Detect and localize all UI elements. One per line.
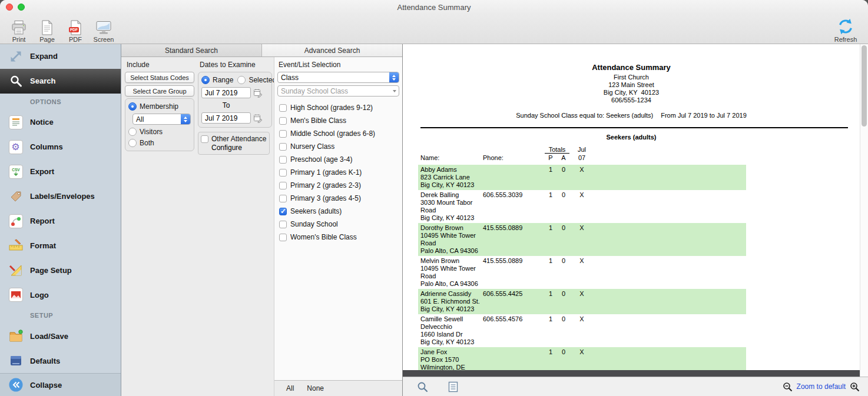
- report-page: Attendance Summary First Church 123 Main…: [403, 44, 860, 370]
- visitors-radio[interactable]: Visitors: [128, 128, 191, 136]
- range-radio[interactable]: Range: [201, 76, 233, 84]
- page-button[interactable]: Page: [34, 15, 60, 43]
- class-checkbox-item[interactable]: Seekers (adults): [279, 205, 402, 218]
- select-none-button[interactable]: None: [304, 383, 326, 394]
- class-checkbox-item[interactable]: Middle School (grades 6-8): [279, 127, 402, 140]
- row-attendance-mark: X: [570, 290, 594, 313]
- popup-arrows-icon: [181, 114, 190, 124]
- refresh-label: Refresh: [834, 36, 857, 43]
- sidebar-item-notice[interactable]: Notice: [0, 110, 121, 135]
- sidebar-item-label: Expand: [30, 52, 58, 61]
- row-absent-count: 0: [557, 348, 570, 370]
- close-window-button[interactable]: [6, 4, 13, 11]
- report-list-icon[interactable]: [448, 381, 458, 392]
- sidebar-item-expand[interactable]: Expand: [0, 44, 121, 69]
- refresh-button[interactable]: Refresh: [833, 15, 859, 43]
- class-checkbox-label: Men's Bible Class: [290, 117, 346, 125]
- sidebar-item-logo[interactable]: Logo: [0, 282, 121, 307]
- print-button[interactable]: Print: [6, 15, 32, 43]
- row-present-count: 1: [544, 191, 557, 222]
- screen-button[interactable]: Screen: [91, 15, 117, 43]
- checkbox-icon: [279, 117, 287, 125]
- tab-standard-search[interactable]: Standard Search: [121, 44, 262, 56]
- sidebar-item-label: Columns: [30, 142, 63, 151]
- row-attendance-mark: X: [570, 315, 594, 346]
- class-checkbox-item[interactable]: Sunday School: [279, 218, 402, 231]
- sidebar-item-columns[interactable]: ⚙ Columns: [0, 135, 121, 159]
- zoom-in-icon[interactable]: [850, 382, 860, 392]
- checkbox-icon: [279, 208, 287, 215]
- class-checkbox-item[interactable]: Women's Bible Class: [279, 231, 402, 244]
- class-checkbox-item[interactable]: Primary 3 (grades 4-5): [279, 192, 402, 205]
- sidebar-item-collapse[interactable]: Collapse: [0, 373, 121, 396]
- report-row: Dorothy Brown10495 White TowerRoadPalo A…: [418, 223, 746, 256]
- report-header: Attendance Summary First Church 123 Main…: [403, 44, 860, 119]
- sidebar-item-label: Logo: [30, 291, 49, 300]
- pdf-button[interactable]: PDF PDF: [62, 15, 88, 43]
- sidebar-item-page-setup[interactable]: Page Setup: [0, 258, 121, 282]
- class-checkbox-label: Preschool (age 3-4): [290, 155, 352, 164]
- advanced-search-body: Include Select Status Codes Select Care …: [121, 57, 402, 396]
- class-checkbox-item[interactable]: Preschool (age 3-4): [279, 153, 402, 166]
- sidebar-item-search[interactable]: Search: [0, 69, 121, 94]
- select-care-group-button[interactable]: Select Care Group: [125, 85, 194, 96]
- class-category-select[interactable]: Sunday School Class: [277, 85, 399, 96]
- to-date-input[interactable]: Jul 7 2019: [201, 112, 251, 124]
- class-checkbox-item[interactable]: Nursery Class: [279, 140, 402, 153]
- calendar-picker-icon[interactable]: [253, 88, 263, 98]
- membership-radio-label: Membership: [140, 102, 178, 111]
- zoom-out-icon[interactable]: [783, 382, 793, 392]
- calendar-picker-icon[interactable]: [253, 113, 263, 123]
- event-type-select[interactable]: Class: [277, 72, 399, 83]
- tab-advanced-search[interactable]: Advanced Search: [262, 44, 402, 56]
- sidebar-item-labels-envelopes[interactable]: Labels/Envelopes: [0, 184, 121, 209]
- sidebar-item-format[interactable]: Format: [0, 234, 121, 258]
- date-month-header: Jul: [570, 146, 594, 154]
- include-column: Include Select Status Codes Select Care …: [121, 57, 196, 396]
- sidebar-item-load-save[interactable]: Load/Save: [0, 324, 121, 348]
- sidebar-item-label: Export: [30, 167, 54, 176]
- printer-icon: [11, 18, 27, 35]
- class-checkbox-item[interactable]: Primary 1 (grades K-1): [279, 166, 402, 179]
- preview-footer: Zoom to default: [403, 377, 868, 396]
- sidebar-item-label: Notice: [30, 118, 54, 127]
- scrollbar[interactable]: [860, 44, 868, 377]
- titlebar: Attendance Summary: [0, 0, 868, 14]
- row-name-address: Camille SewellDelvecchio1660 Island DrBi…: [420, 315, 483, 346]
- from-date-input[interactable]: Jul 7 2019: [201, 87, 251, 98]
- scrollbar-thumb[interactable]: [862, 45, 867, 127]
- csv-export-icon: CSV: [8, 164, 24, 179]
- select-status-codes-button[interactable]: Select Status Codes: [125, 72, 194, 83]
- sidebar-item-export[interactable]: CSV Export: [0, 159, 121, 184]
- screen-label: Screen: [94, 36, 114, 43]
- membership-radio[interactable]: Membership: [128, 102, 191, 111]
- row-present-count: 1: [544, 166, 557, 189]
- sidebar-item-report[interactable]: Report: [0, 209, 121, 234]
- report-row: Adrienne Cassidy601 E. Richmond St.Big C…: [418, 289, 746, 314]
- class-checkbox-item[interactable]: Men's Bible Class: [279, 114, 402, 127]
- phone-header: Phone:: [483, 154, 544, 161]
- zoom-window-button[interactable]: [18, 4, 25, 11]
- row-absent-count: 0: [557, 315, 570, 346]
- other-attendance-box: Other Attendance Configure: [198, 132, 270, 155]
- sidebar-item-label: Defaults: [30, 357, 60, 365]
- row-present-count: 1: [544, 315, 557, 346]
- report-rows: Abby Adams823 Carrick LaneBig City, KY 4…: [418, 165, 860, 370]
- select-all-button[interactable]: All: [284, 383, 296, 394]
- configure-button[interactable]: Configure: [211, 144, 242, 152]
- class-checkbox-item[interactable]: Primary 2 (grades 2-3): [279, 179, 402, 192]
- sidebar-item-defaults[interactable]: Defaults: [0, 348, 121, 373]
- radio-icon: [201, 76, 210, 84]
- selected-radio[interactable]: Selected: [237, 76, 276, 84]
- membership-select[interactable]: All: [132, 114, 191, 125]
- class-checkbox-label: Primary 1 (grades K-1): [290, 168, 362, 177]
- checkbox-icon: [279, 221, 287, 228]
- zoom-to-default-link[interactable]: Zoom to default: [797, 382, 846, 391]
- class-checkbox-item[interactable]: High School (grades 9-12): [279, 101, 402, 114]
- both-radio[interactable]: Both: [128, 139, 191, 147]
- magnifier-icon[interactable]: [417, 381, 428, 392]
- checkbox-icon: [279, 234, 287, 241]
- both-radio-label: Both: [140, 139, 154, 147]
- other-attendance-checkbox[interactable]: Other Attendance: [201, 135, 267, 143]
- row-phone: [483, 348, 544, 370]
